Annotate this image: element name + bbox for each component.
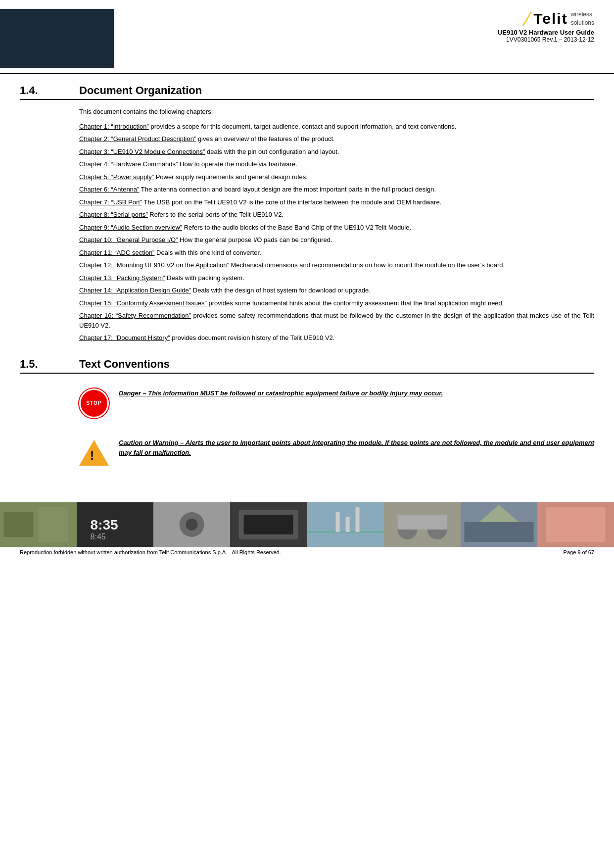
section-15-title: Text Conventions: [79, 358, 170, 371]
logo-tagline: wireless solutions: [571, 10, 594, 27]
chapter-line-1: Chapter 1: “Introduction” provides a sco…: [79, 122, 594, 132]
chapter-ref-12: Chapter 12: “Mounting UE910 V2 on the Ap…: [79, 261, 229, 269]
danger-text: Danger – This information MUST be follow…: [119, 388, 443, 399]
caution-warning-box: Caution or Warning – Alerts the user to …: [79, 433, 594, 473]
section-14-heading: 1.4. Document Organization: [20, 84, 594, 100]
chapter-line-10: Chapter 10: “General Purpose I/O” How th…: [79, 235, 594, 245]
footer-bar: Reproduction forbidden without written a…: [0, 547, 614, 557]
chapter-line-13: Chapter 13: “Packing System” Deals with …: [79, 273, 594, 283]
chapter-line-16: Chapter 16: “Safety Recommendation” prov…: [79, 311, 594, 330]
chapter-line-4: Chapter 4: “Hardware Commands” How to op…: [79, 159, 594, 169]
doc-title: UE910 V2 Hardware User Guide: [498, 29, 594, 36]
chapter-ref-5: Chapter 5: “Power supply”: [79, 173, 154, 181]
svg-point-8: [186, 519, 198, 530]
danger-warning-box: STOP Danger – This information MUST be f…: [79, 384, 594, 423]
chapter-ref-6: Chapter 6: “Antenna”: [79, 186, 139, 193]
section-15-number: 1.5.: [20, 358, 64, 371]
footer-image-3: [153, 502, 230, 547]
intro-paragraph: This document contains the following cha…: [79, 107, 594, 117]
footer-image-8: [537, 502, 614, 547]
svg-rect-11: [244, 515, 293, 534]
chapter-ref-13: Chapter 13: “Packing System”: [79, 274, 165, 282]
footer-image-6: [384, 502, 461, 547]
section-14-body: This document contains the following cha…: [20, 107, 594, 343]
caution-icon: [79, 438, 109, 468]
svg-rect-1: [4, 512, 34, 537]
chapter-ref-15: Chapter 15: “Conformity Assessment Issue…: [79, 299, 207, 307]
section-14-number: 1.4.: [20, 84, 64, 97]
chapter-line-8: Chapter 8: “Serial ports” Refers to the …: [79, 210, 594, 220]
chapter-ref-11: Chapter 11: “ADC section”: [79, 249, 154, 256]
logo-name: Telit: [533, 10, 567, 27]
chapter-ref-14: Chapter 14: “Application Design Guide”: [79, 287, 191, 294]
svg-text:8:45: 8:45: [91, 532, 106, 541]
chapter-ref-1: Chapter 1: “Introduction”: [79, 123, 149, 130]
svg-rect-16: [355, 507, 359, 532]
chapter-ref-3: Chapter 3: “UE910 V2 Module Connections”: [79, 148, 205, 155]
chapter-ref-17: Chapter 17: “Document History”: [79, 334, 170, 341]
stop-label: STOP: [86, 400, 101, 406]
chapter-ref-10: Chapter 10: “General Purpose I/O”: [79, 236, 178, 243]
chapter-line-3: Chapter 3: “UE910 V2 Module Connections”…: [79, 147, 594, 157]
main-content: 1.4. Document Organization This document…: [0, 74, 614, 492]
svg-rect-25: [546, 507, 605, 542]
doc-subtitle: 1VV0301065 Rev.1 – 2013-12-12: [506, 36, 594, 43]
chapter-line-15: Chapter 15: “Conformity Assessment Issue…: [79, 298, 594, 308]
stop-icon: STOP: [79, 388, 109, 418]
chapter-line-5: Chapter 5: “Power supply” Power supply r…: [79, 172, 594, 182]
chapter-line-17: Chapter 17: “Document History” provides …: [79, 333, 594, 343]
chapter-line-11: Chapter 11: “ADC section” Deals with thi…: [79, 248, 594, 258]
svg-rect-22: [464, 522, 533, 542]
chapter-ref-7: Chapter 7: “USB Port”: [79, 198, 142, 206]
chapter-line-14: Chapter 14: “Application Design Guide” D…: [79, 286, 594, 295]
svg-rect-15: [345, 517, 349, 532]
chapter-ref-16: Chapter 16: “Safety Recommendation”: [79, 312, 191, 319]
footer-copyright: Reproduction forbidden without written a…: [20, 549, 281, 555]
header-dark-block: [0, 9, 114, 68]
footer-image-5: [307, 502, 384, 547]
footer-page: Page 9 of 67: [564, 549, 594, 555]
telit-logo: ∕ Telit wireless solutions: [526, 9, 594, 29]
svg-rect-14: [335, 512, 339, 532]
footer-image-7: [461, 502, 537, 547]
chapter-line-12: Chapter 12: “Mounting UE910 V2 on the Ap…: [79, 260, 594, 270]
caution-text: Caution or Warning – Alerts the user to …: [119, 438, 594, 459]
chapters-list: Chapter 1: “Introduction” provides a sco…: [79, 122, 594, 343]
section-15-body: STOP Danger – This information MUST be f…: [20, 384, 594, 473]
svg-marker-2: [39, 507, 68, 542]
chapter-ref-8: Chapter 8: “Serial ports”: [79, 211, 148, 218]
warning-triangle-icon: [79, 440, 109, 466]
chapter-line-2: Chapter 2: “General Product Description”…: [79, 134, 594, 144]
logo-slash-icon: ∕: [526, 9, 529, 29]
footer-image-4: [230, 502, 307, 547]
footer-image-2: 8:35 8:45: [77, 502, 153, 547]
header-right: ∕ Telit wireless solutions UE910 V2 Hard…: [498, 9, 594, 43]
chapter-ref-2: Chapter 2: “General Product Description”: [79, 135, 196, 143]
chapter-line-9: Chapter 9: “Audio Section overview” Refe…: [79, 223, 594, 233]
chapter-line-7: Chapter 7: “USB Port” The USB port on th…: [79, 197, 594, 207]
chapter-ref-9: Chapter 9: “Audio Section overview”: [79, 224, 182, 231]
footer-images: 8:35 8:45: [0, 502, 614, 547]
chapter-ref-4: Chapter 4: “Hardware Commands”: [79, 160, 178, 168]
page-header: ∕ Telit wireless solutions UE910 V2 Hard…: [0, 0, 614, 74]
footer-image-1: [0, 502, 77, 547]
svg-rect-20: [397, 515, 447, 530]
section-15-heading: 1.5. Text Conventions: [20, 358, 594, 374]
chapter-line-6: Chapter 6: “Antenna” The antenna connect…: [79, 185, 594, 194]
svg-text:8:35: 8:35: [91, 517, 118, 532]
section-14-title: Document Organization: [79, 84, 202, 97]
